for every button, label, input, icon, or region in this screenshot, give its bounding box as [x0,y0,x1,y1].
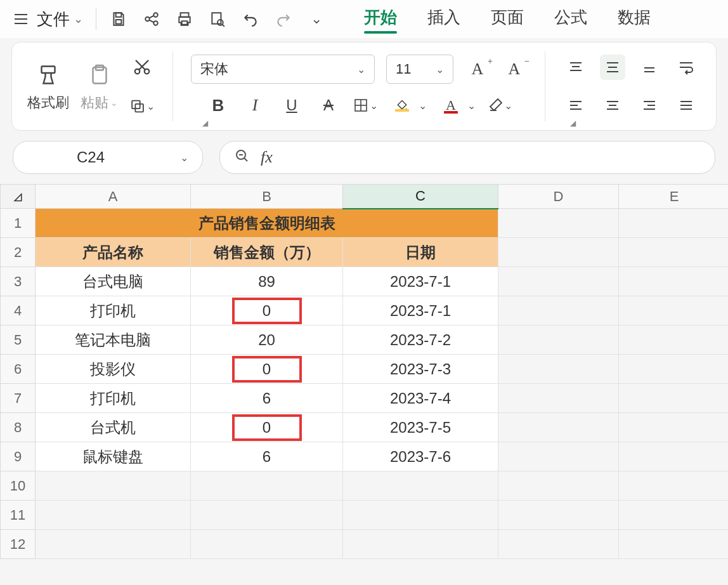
tab-data[interactable]: 数据 [618,6,651,32]
cell[interactable] [36,501,191,530]
fill-color-button[interactable] [389,93,415,118]
cell[interactable] [619,384,729,413]
table-title[interactable]: 产品销售金额明细表 [36,209,498,238]
cell[interactable] [619,238,729,267]
cell[interactable] [498,384,619,413]
cell[interactable] [619,530,729,559]
row-header[interactable]: 5 [1,325,36,355]
redo-button[interactable] [274,10,293,29]
cell[interactable] [619,413,729,442]
cut-button[interactable] [129,54,155,79]
formula-bar[interactable]: fx [219,141,715,174]
select-all-corner[interactable]: ◿ [1,185,36,209]
tab-page[interactable]: 页面 [491,6,524,32]
column-header-A[interactable]: A [36,185,191,209]
align-top-button[interactable] [563,55,588,80]
tab-start[interactable]: 开始 [364,6,397,32]
cell[interactable] [619,209,729,238]
cell[interactable] [498,501,619,530]
cell[interactable] [36,471,191,501]
cell[interactable] [619,325,729,355]
font-name-select[interactable]: 宋体 ⌄ [191,55,375,84]
cell[interactable] [498,413,619,442]
column-header-D[interactable]: D [498,185,619,209]
amount-cell[interactable]: 6 [191,442,343,471]
cell[interactable] [498,355,619,384]
borders-button[interactable]: ⌄ [353,93,378,118]
share-button[interactable] [142,10,161,29]
row-header[interactable]: 8 [1,413,36,442]
undo-button[interactable] [241,10,260,29]
column-header-C[interactable]: C [343,185,498,209]
row-header[interactable]: 9 [1,442,36,471]
cell[interactable] [498,530,619,559]
row-header[interactable]: 11 [1,501,36,530]
amount-cell[interactable]: 20 [191,325,343,355]
cell[interactable] [191,530,343,559]
product-name-cell[interactable]: 打印机 [36,296,191,325]
wrap-text-button[interactable] [673,55,699,80]
name-box[interactable]: C24 ⌄ [13,141,203,174]
cell[interactable] [498,296,619,325]
row-header[interactable]: 7 [1,384,36,413]
increase-font-button[interactable]: A+ [465,56,490,82]
cell[interactable] [191,471,343,501]
cell[interactable] [498,267,619,296]
format-painter-button[interactable] [34,60,63,89]
date-cell[interactable]: 2023-7-5 [343,413,498,442]
align-bottom-button[interactable] [637,55,662,80]
table-header-cell[interactable]: 销售金额（万） [191,238,343,267]
save-button[interactable] [109,10,128,29]
clear-formatting-button[interactable]: ⌄ [487,93,512,118]
date-cell[interactable]: 2023-7-1 [343,267,498,296]
fill-color-dropdown[interactable]: ⌄ [419,100,427,112]
tab-insert[interactable]: 插入 [427,6,460,32]
row-header[interactable]: 6 [1,355,36,384]
cell[interactable] [343,501,498,530]
cell[interactable] [36,530,191,559]
cell[interactable] [498,442,619,471]
product-name-cell[interactable]: 打印机 [36,384,191,413]
cell[interactable] [191,501,343,530]
file-menu[interactable]: 文件 ⌄ [37,8,83,30]
product-name-cell[interactable]: 投影仪 [36,355,191,384]
italic-button[interactable]: I [242,93,268,118]
align-right-button[interactable] [637,93,662,118]
product-name-cell[interactable]: 笔记本电脑 [36,325,191,355]
row-header[interactable]: 2 [1,238,36,267]
row-header[interactable]: 12 [1,530,36,559]
bold-button[interactable]: B [205,93,231,118]
amount-cell[interactable]: 0 [191,355,343,384]
font-color-dropdown[interactable]: ⌄ [467,100,476,112]
column-header-E[interactable]: E [619,185,729,209]
table-header-cell[interactable]: 日期 [343,238,498,267]
cell[interactable] [619,471,729,501]
cell[interactable] [343,530,498,559]
cell[interactable] [619,442,729,471]
amount-cell[interactable]: 0 [191,413,343,442]
date-cell[interactable]: 2023-7-3 [343,355,498,384]
amount-cell[interactable]: 6 [191,384,343,413]
underline-button[interactable]: U [279,93,304,118]
cell[interactable] [498,471,619,501]
font-size-select[interactable]: 11 ⌄ [386,55,453,84]
cell[interactable] [619,296,729,325]
row-header[interactable]: 4 [1,296,36,325]
row-header[interactable]: 10 [1,471,36,501]
cell[interactable] [619,267,729,296]
tab-formula[interactable]: 公式 [554,6,587,32]
insert-function-icon[interactable] [234,148,249,167]
strikethrough-button[interactable]: A [316,93,341,118]
date-cell[interactable]: 2023-7-2 [343,325,498,355]
print-button[interactable] [175,10,194,29]
column-header-B[interactable]: B [191,185,343,209]
row-header[interactable]: 1 [1,209,36,238]
copy-button[interactable]: ⌄ [129,93,155,119]
hamburger-icon[interactable] [11,13,30,25]
cell[interactable] [619,501,729,530]
date-cell[interactable]: 2023-7-4 [343,384,498,413]
cell[interactable] [343,471,498,501]
decrease-font-button[interactable]: A− [502,56,527,82]
align-left-button[interactable] [563,93,588,118]
grid[interactable]: ◿ A B C D E 1产品销售金额明细表2产品名称销售金额（万）日期3台式电… [0,184,728,559]
